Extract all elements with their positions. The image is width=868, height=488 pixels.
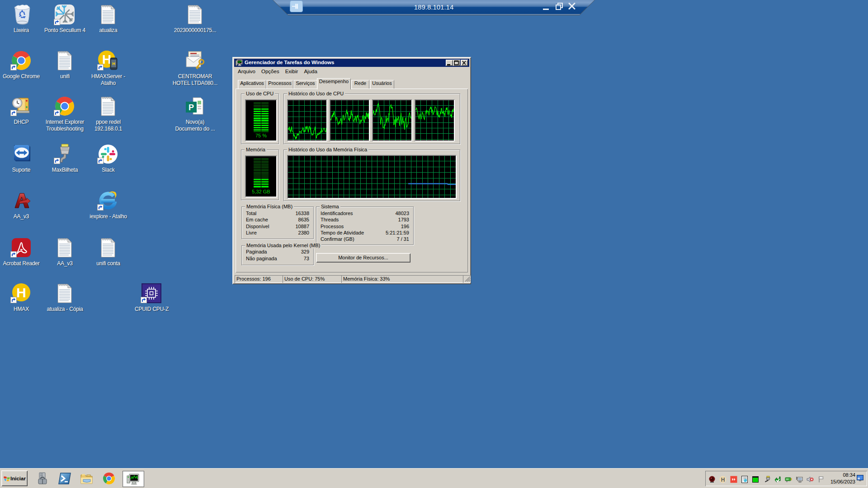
svg-text:P: P: [189, 103, 194, 112]
svg-text:H: H: [112, 61, 115, 66]
svg-text:H: H: [721, 477, 725, 483]
svg-text:H: H: [16, 285, 26, 300]
